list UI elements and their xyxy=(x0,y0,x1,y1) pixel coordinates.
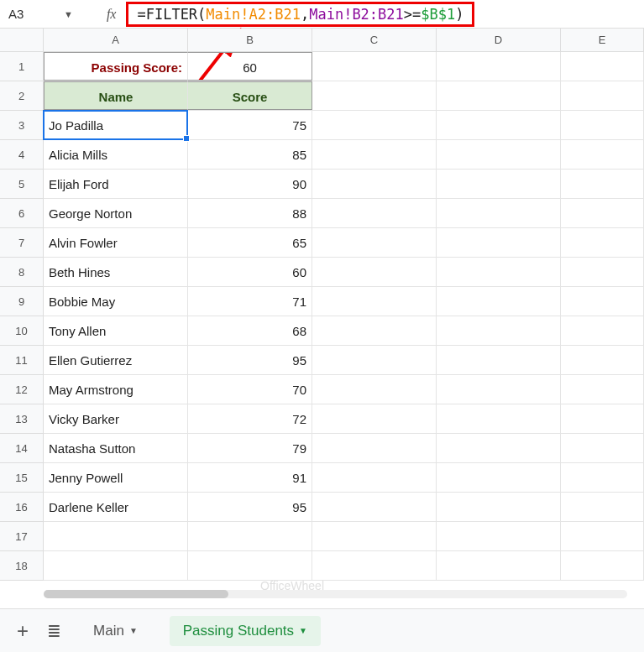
cell[interactable] xyxy=(312,522,437,550)
name-cell[interactable]: Bobbie May xyxy=(44,287,188,316)
cell[interactable] xyxy=(561,111,644,139)
cell[interactable] xyxy=(312,404,437,433)
name-cell[interactable]: Ellen Gutierrez xyxy=(44,346,188,374)
name-cell[interactable]: Alvin Fowler xyxy=(44,228,188,257)
cell[interactable] xyxy=(561,551,644,580)
name-cell[interactable]: Vicky Barker xyxy=(44,404,188,433)
cell[interactable] xyxy=(312,375,437,404)
cell[interactable] xyxy=(437,52,561,81)
score-cell[interactable]: 79 xyxy=(188,434,312,462)
cell[interactable] xyxy=(312,551,437,580)
score-cell[interactable]: 71 xyxy=(188,287,312,316)
cell[interactable] xyxy=(561,140,644,169)
cell[interactable] xyxy=(437,111,561,139)
score-cell[interactable]: 85 xyxy=(188,140,312,169)
cell[interactable] xyxy=(312,346,437,374)
score-cell[interactable]: 90 xyxy=(188,170,312,198)
name-cell[interactable]: Alicia Mills xyxy=(44,140,188,169)
cell[interactable] xyxy=(312,199,437,227)
passing-score-value[interactable]: 60 xyxy=(188,52,312,81)
cell[interactable] xyxy=(437,404,561,433)
col-header-C[interactable]: C xyxy=(312,29,437,51)
row-header[interactable]: 17 xyxy=(0,522,44,551)
cell[interactable] xyxy=(437,434,561,462)
cell[interactable] xyxy=(561,170,644,198)
name-cell[interactable]: Jo Padilla xyxy=(44,111,188,139)
score-cell[interactable]: 60 xyxy=(188,258,312,286)
cell[interactable] xyxy=(312,287,437,316)
score-cell[interactable]: 95 xyxy=(188,346,312,374)
row-header[interactable]: 8 xyxy=(0,258,44,287)
cell[interactable] xyxy=(312,493,437,521)
cell[interactable] xyxy=(437,170,561,198)
cell[interactable] xyxy=(561,463,644,492)
horizontal-scrollbar[interactable] xyxy=(44,588,627,600)
cell[interactable] xyxy=(437,287,561,316)
col-header-A[interactable]: A xyxy=(44,29,188,51)
cell[interactable] xyxy=(561,375,644,404)
select-all-corner[interactable] xyxy=(0,29,44,51)
row-header[interactable]: 10 xyxy=(0,316,44,346)
formula-bar[interactable]: =FILTER(Main!A2:B21,Main!B2:B21>=$B$1) xyxy=(126,2,639,27)
row-header[interactable]: 6 xyxy=(0,199,44,228)
all-sheets-button[interactable]: ≣ xyxy=(47,621,61,641)
name-cell[interactable]: Elijah Ford xyxy=(44,170,188,198)
cell[interactable] xyxy=(437,493,561,521)
cell[interactable] xyxy=(561,346,644,374)
name-cell[interactable]: Jenny Powell xyxy=(44,463,188,492)
cell[interactable] xyxy=(437,316,561,345)
name-cell[interactable]: Darlene Keller xyxy=(44,493,188,521)
sheet-tab-main[interactable]: Main ▼ xyxy=(80,616,151,646)
cell[interactable] xyxy=(561,287,644,316)
name-box-input[interactable] xyxy=(5,4,64,24)
cell[interactable] xyxy=(437,346,561,374)
cell[interactable] xyxy=(561,522,644,550)
name-cell[interactable]: George Norton xyxy=(44,199,188,227)
cell[interactable] xyxy=(312,170,437,198)
row-header[interactable]: 16 xyxy=(0,493,44,522)
score-cell[interactable]: 72 xyxy=(188,404,312,433)
cells-area[interactable]: Passing Score:60NameScoreJo Padilla75Ali… xyxy=(44,52,644,581)
row-header[interactable]: 15 xyxy=(0,463,44,493)
cell[interactable] xyxy=(312,228,437,257)
score-cell[interactable]: 68 xyxy=(188,316,312,345)
score-cell[interactable]: 95 xyxy=(188,493,312,521)
cell[interactable] xyxy=(312,316,437,345)
cell[interactable] xyxy=(561,81,644,110)
name-box-dropdown-icon[interactable]: ▼ xyxy=(64,9,73,19)
cell[interactable] xyxy=(437,140,561,169)
cell[interactable] xyxy=(561,404,644,433)
cell[interactable] xyxy=(561,228,644,257)
cell[interactable] xyxy=(437,375,561,404)
row-header[interactable]: 14 xyxy=(0,434,44,463)
row-header[interactable]: 5 xyxy=(0,170,44,199)
row-header[interactable]: 1 xyxy=(0,52,44,81)
sheet-tab-main-dropdown-icon[interactable]: ▼ xyxy=(129,626,138,635)
formula-content[interactable]: =FILTER(Main!A2:B21,Main!B2:B21>=$B$1) xyxy=(126,2,474,27)
col-header-E[interactable]: E xyxy=(561,29,644,51)
cell[interactable] xyxy=(561,316,644,345)
h-scroll-thumb[interactable] xyxy=(44,590,228,598)
col-header-D[interactable]: D xyxy=(437,29,561,51)
cell[interactable] xyxy=(312,140,437,169)
score-cell[interactable]: 65 xyxy=(188,228,312,257)
cell[interactable] xyxy=(437,463,561,492)
row-header[interactable]: 13 xyxy=(0,404,44,434)
cell[interactable] xyxy=(188,522,312,550)
name-cell[interactable]: Beth Hines xyxy=(44,258,188,286)
row-header[interactable]: 9 xyxy=(0,287,44,316)
header-name[interactable]: Name xyxy=(44,81,188,110)
name-cell[interactable]: Natasha Sutton xyxy=(44,434,188,462)
cell[interactable] xyxy=(437,228,561,257)
cell[interactable] xyxy=(312,81,437,110)
score-cell[interactable]: 75 xyxy=(188,111,312,139)
row-header[interactable]: 7 xyxy=(0,228,44,258)
cell[interactable] xyxy=(561,199,644,227)
row-header[interactable]: 2 xyxy=(0,81,44,111)
cell[interactable] xyxy=(561,52,644,81)
row-header[interactable]: 12 xyxy=(0,375,44,404)
cell[interactable] xyxy=(437,81,561,110)
cell[interactable] xyxy=(312,463,437,492)
cell[interactable] xyxy=(312,258,437,286)
score-cell[interactable]: 88 xyxy=(188,199,312,227)
